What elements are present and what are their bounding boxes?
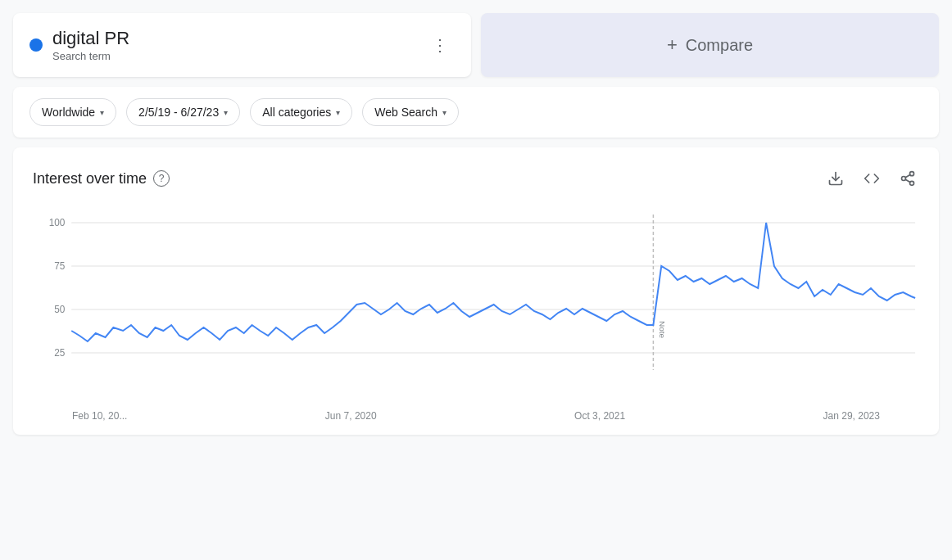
search-term-card: digital PR Search term ⋮ bbox=[13, 13, 471, 77]
help-icon[interactable]: ? bbox=[153, 170, 170, 187]
compare-card[interactable]: + Compare bbox=[481, 13, 939, 77]
x-label-2: Jun 7, 2020 bbox=[325, 410, 377, 422]
search-term-dot bbox=[29, 38, 43, 52]
date-range-filter-label: 2/5/19 - 6/27/23 bbox=[138, 106, 219, 119]
search-term-left: digital PR Search term bbox=[29, 28, 129, 62]
svg-text:25: 25 bbox=[54, 347, 66, 359]
filter-bar: Worldwide ▾ 2/5/19 - 6/27/23 ▾ All categ… bbox=[13, 87, 939, 138]
categories-filter-button[interactable]: All categories ▾ bbox=[250, 98, 352, 126]
location-filter-label: Worldwide bbox=[42, 106, 95, 119]
chart-svg: 100 75 50 25 Note bbox=[33, 206, 919, 403]
chart-area: 100 75 50 25 Note Feb 10, 20... Jun 7, 2… bbox=[33, 206, 919, 422]
categories-chevron-icon: ▾ bbox=[336, 108, 340, 117]
page-wrapper: digital PR Search term ⋮ + Compare World… bbox=[0, 0, 952, 560]
compare-label: Compare bbox=[686, 36, 753, 55]
x-label-3: Oct 3, 2021 bbox=[574, 410, 625, 422]
share-button[interactable] bbox=[896, 167, 919, 190]
date-range-chevron-icon: ▾ bbox=[224, 108, 228, 117]
chart-card: Interest over time ? bbox=[13, 147, 939, 435]
location-chevron-icon: ▾ bbox=[100, 108, 104, 117]
compare-inner: + Compare bbox=[667, 34, 753, 56]
share-icon bbox=[900, 170, 916, 187]
embed-icon bbox=[864, 170, 880, 187]
embed-button[interactable] bbox=[860, 167, 883, 190]
chart-title-group: Interest over time ? bbox=[33, 170, 170, 187]
svg-line-4 bbox=[905, 179, 910, 182]
svg-text:50: 50 bbox=[54, 304, 66, 315]
svg-line-5 bbox=[905, 174, 910, 177]
categories-filter-label: All categories bbox=[262, 106, 331, 119]
svg-text:100: 100 bbox=[49, 217, 66, 228]
location-filter-button[interactable]: Worldwide ▾ bbox=[29, 98, 116, 126]
search-term-title: digital PR bbox=[52, 28, 129, 49]
interest-line bbox=[71, 223, 915, 341]
more-options-button[interactable]: ⋮ bbox=[425, 30, 455, 60]
date-range-filter-button[interactable]: 2/5/19 - 6/27/23 ▾ bbox=[126, 98, 240, 126]
search-type-chevron-icon: ▾ bbox=[442, 108, 447, 117]
chart-title: Interest over time bbox=[33, 170, 147, 187]
x-axis-labels: Feb 10, 20... Jun 7, 2020 Oct 3, 2021 Ja… bbox=[33, 405, 919, 422]
chart-actions bbox=[824, 167, 919, 190]
chart-header: Interest over time ? bbox=[33, 167, 919, 190]
search-term-text: digital PR Search term bbox=[52, 28, 129, 62]
x-label-4: Jan 29, 2023 bbox=[823, 410, 880, 422]
search-term-subtitle: Search term bbox=[52, 50, 111, 62]
search-type-filter-label: Web Search bbox=[374, 106, 437, 119]
svg-text:Note: Note bbox=[658, 321, 667, 339]
search-type-filter-button[interactable]: Web Search ▾ bbox=[362, 98, 459, 126]
top-row: digital PR Search term ⋮ + Compare bbox=[13, 13, 939, 77]
x-label-1: Feb 10, 20... bbox=[72, 410, 127, 422]
compare-plus-icon: + bbox=[667, 34, 678, 56]
download-button[interactable] bbox=[824, 167, 847, 190]
svg-text:75: 75 bbox=[54, 260, 66, 272]
download-icon bbox=[827, 170, 844, 187]
